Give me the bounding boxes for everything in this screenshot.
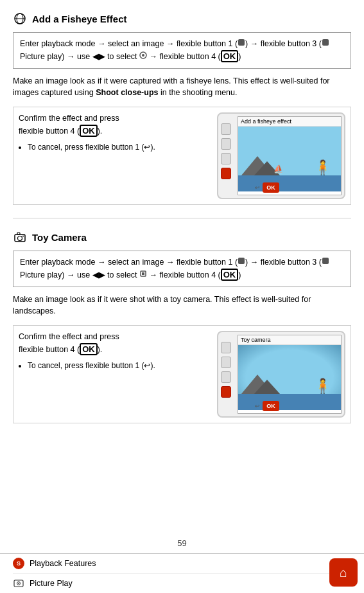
svg-rect-12	[322, 258, 329, 264]
fisheye-section-header: Add a Fisheye Effect	[13, 12, 351, 26]
side-btn-2	[221, 138, 231, 150]
fisheye-boat: ⛵	[273, 164, 283, 173]
toy-camera-icon	[13, 230, 27, 244]
toy-screen-area: Toy camera 🖥 🧍 ↩ OK	[238, 335, 342, 414]
fisheye-side-buttons	[221, 123, 231, 179]
toy-scene: 🧍	[238, 345, 341, 410]
picture-play-icon	[13, 578, 24, 589]
toy-screen-bottom: ↩ OK	[255, 401, 341, 411]
fisheye-body: Make an image look as if it were capture…	[13, 75, 351, 100]
toy-person: 🧍	[314, 378, 331, 394]
toy-title: Toy Camera	[32, 232, 87, 243]
toy-confirm-section: Confirm the effect and pressflexible but…	[13, 325, 351, 423]
fisheye-ok-button[interactable]: OK	[263, 182, 279, 193]
toy-side-buttons	[221, 342, 231, 398]
toy-screen: Toy camera 🖥 🧍 ↩ OK	[217, 331, 345, 418]
side-btn-1	[221, 123, 231, 135]
fisheye-icon	[13, 12, 27, 26]
toy-side-btn-4	[221, 386, 231, 398]
fisheye-screen-bottom: ↩ OK	[255, 182, 341, 193]
page-footer: 59 S Playback Features Picture Play ⌂	[0, 533, 364, 593]
toy-instruction: Enter playback mode → select an image → …	[13, 251, 351, 287]
fisheye-confirm-section: Confirm the effect and pressflexible but…	[13, 107, 351, 205]
svg-rect-14	[142, 272, 144, 275]
toy-screen-image: 🧍	[238, 345, 341, 410]
footer-playback-features[interactable]: S Playback Features	[13, 554, 351, 574]
side-btn-3	[221, 153, 231, 164]
side-btn-4	[221, 168, 231, 179]
svg-point-17	[18, 583, 19, 584]
playback-features-icon: S	[13, 558, 24, 569]
fisheye-camera-preview: Add a fisheye effect 🖥 🧍 ⛵ ↩ OK	[217, 112, 345, 199]
section-divider	[13, 218, 351, 218]
fisheye-screen-area: Add a fisheye effect 🖥 🧍 ⛵ ↩ OK	[238, 116, 342, 195]
fisheye-confirm-text: Confirm the effect and pressflexible but…	[19, 112, 217, 153]
footer-nav: S Playback Features Picture Play	[0, 553, 364, 593]
toy-side-btn-3	[221, 371, 231, 383]
svg-point-10	[22, 236, 24, 237]
toy-body: Make an image look as if it were shot wi…	[13, 294, 351, 318]
svg-rect-3	[238, 39, 245, 46]
home-button[interactable]: ⌂	[329, 558, 358, 587]
home-icon: ⌂	[340, 565, 347, 580]
page-number: 59	[0, 533, 364, 553]
svg-rect-4	[322, 39, 329, 46]
page-content: Add a Fisheye Effect Enter playback mode…	[0, 0, 364, 488]
toy-camera-preview: Toy camera 🖥 🧍 ↩ OK	[217, 331, 345, 418]
svg-rect-9	[17, 233, 20, 235]
footer-picture-play[interactable]: Picture Play	[13, 574, 351, 593]
toy-confirm-text: Confirm the effect and pressflexible but…	[19, 331, 217, 371]
svg-point-6	[142, 54, 144, 57]
picture-play-label: Picture Play	[30, 579, 73, 588]
toy-mountain2	[254, 380, 280, 394]
toy-back-arrow: ↩	[255, 403, 260, 409]
fisheye-screen: Add a fisheye effect 🖥 🧍 ⛵ ↩ OK	[217, 112, 345, 199]
fisheye-instruction: Enter playback mode → select an image → …	[13, 32, 351, 69]
fisheye-screen-image: 🧍 ⛵	[238, 127, 341, 191]
toy-section-header: Toy Camera	[13, 230, 351, 244]
fisheye-back-arrow: ↩	[255, 184, 260, 191]
fisheye-title: Add a Fisheye Effect	[32, 13, 127, 24]
toy-side-btn-2	[221, 357, 231, 368]
toy-side-btn-1	[221, 342, 231, 353]
fisheye-screen-title: Add a fisheye effect	[238, 117, 341, 127]
fisheye-person: 🧍	[314, 159, 331, 176]
svg-point-8	[18, 236, 22, 241]
fisheye-scene: 🧍 ⛵	[238, 127, 341, 191]
toy-screen-title: Toy camera	[238, 335, 341, 345]
svg-rect-11	[238, 258, 245, 264]
toy-ok-button[interactable]: OK	[263, 401, 279, 411]
playback-features-label: Playback Features	[30, 559, 96, 568]
